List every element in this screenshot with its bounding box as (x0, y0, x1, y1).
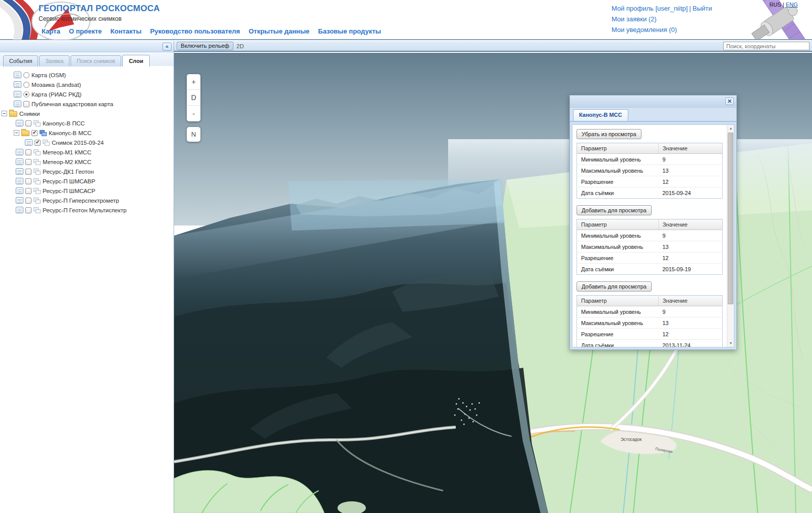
popup-scrollbar[interactable]: ▲ ▼ (727, 125, 734, 347)
close-icon[interactable]: ✕ (725, 98, 734, 105)
collapse-node-icon[interactable] (14, 130, 19, 136)
checkbox-unchecked[interactable] (25, 207, 31, 213)
zoom-in-button[interactable]: + (187, 74, 200, 90)
layer-label[interactable]: Мозаика (Landsat) (31, 82, 81, 88)
layer-label[interactable]: Канопус-В ПСС (43, 120, 85, 126)
popup-tab-kanopus-mss[interactable]: Канопус-В МСС (573, 109, 628, 121)
layer-label[interactable]: Канопус-В МСС (49, 130, 91, 136)
search-input[interactable] (723, 42, 809, 50)
table-row: Максимальный уровень13 (577, 317, 723, 329)
nav-contacts[interactable]: Контакты (111, 27, 142, 35)
layers-icon (33, 169, 41, 175)
layers-icon (43, 140, 50, 146)
remove-from-view-button[interactable]: Убрать из просмотра (577, 129, 641, 139)
popup-titlebar: ✕ (570, 95, 736, 108)
legend-icon[interactable] (16, 197, 23, 204)
lang-eng[interactable]: ENG (786, 2, 798, 8)
north-button[interactable]: N (187, 127, 200, 142)
scrollbar-thumb[interactable] (728, 133, 733, 304)
tab-events[interactable]: События (3, 55, 38, 67)
image-info-popup: ✕ Канопус-В МСС Убрать из просмотра Пара… (569, 95, 737, 350)
legend-icon[interactable] (16, 178, 23, 184)
image-section-2: Добавить для просмотра Параметр Значение… (577, 203, 723, 275)
col-param: Параметр (577, 296, 659, 306)
radio-unchecked[interactable] (23, 72, 29, 78)
checkbox-checked[interactable] (31, 130, 38, 136)
profile-link[interactable]: Мой профиль [user_niitp] (612, 5, 688, 12)
checkbox-unchecked[interactable] (25, 169, 31, 175)
layer-label[interactable]: Метеор-М2 КМСС (43, 159, 91, 165)
checkbox-unchecked[interactable] (25, 178, 31, 184)
legend-icon[interactable] (14, 101, 21, 107)
legend-icon[interactable] (14, 91, 21, 98)
sidebar-collapse-button[interactable]: « (162, 43, 172, 51)
nav-map[interactable]: Карта (42, 27, 60, 35)
enable-relief-button[interactable]: Включить рельеф (177, 42, 233, 50)
checkbox-unchecked[interactable] (25, 198, 31, 204)
table-row: Минимальный уровень9 (577, 306, 723, 317)
scroll-down-arrow[interactable]: ▼ (727, 340, 734, 347)
add-to-view-button[interactable]: Добавить для просмотра (577, 281, 652, 292)
sat-row-resurs-shmsavr: Ресурс-П ШМСАВР (0, 176, 174, 186)
tab-layers[interactable]: Слои (122, 55, 150, 67)
radio-checked[interactable] (23, 91, 29, 98)
zoom-out-button[interactable]: - (187, 106, 200, 121)
layer-label[interactable]: Ресурс-П ШМСАСР (43, 188, 95, 194)
tilt-button[interactable]: D (187, 90, 200, 106)
folder-label[interactable]: Снимки (19, 111, 40, 117)
swath-footprint-highlight (288, 179, 505, 231)
layer-label[interactable]: Ресурс-П Геотон Мультиспектр (43, 207, 126, 213)
checkbox-unchecked[interactable] (25, 188, 31, 194)
legend-icon[interactable] (25, 139, 32, 146)
table-row: Минимальный уровень9 (577, 230, 723, 241)
layers-icon (33, 149, 41, 155)
layers-icon (33, 207, 41, 213)
checkbox-unchecked[interactable] (25, 120, 31, 126)
layers-icon (33, 159, 41, 165)
logout-link[interactable]: Выйти (693, 5, 713, 12)
scroll-up-arrow[interactable]: ▲ (727, 125, 734, 132)
legend-icon[interactable] (16, 207, 23, 213)
table-row: Дата съёмки2013-11-24 (577, 340, 723, 347)
legend-icon[interactable] (16, 158, 23, 165)
checkbox-checked[interactable] (35, 140, 41, 146)
checkbox-unchecked[interactable] (25, 159, 31, 165)
col-value: Значение (658, 296, 722, 306)
checkbox-unchecked[interactable] (25, 149, 31, 155)
table-row: Максимальный уровень13 (577, 165, 723, 176)
my-notifications-link[interactable]: Мои уведомления (0) (612, 26, 677, 34)
sat-row-kanopus-pss: Канопус-В ПСС (0, 118, 174, 128)
layer-label[interactable]: Карта (РИАС РКД) (31, 91, 82, 98)
col-param: Параметр (577, 143, 659, 154)
nav-about[interactable]: О проекте (69, 27, 102, 35)
folder-row-snimki: Снимки (0, 109, 174, 118)
add-to-view-button[interactable]: Добавить для просмотра (577, 205, 652, 215)
layer-label[interactable]: Публичная кадастровая карта (31, 101, 113, 107)
layer-label[interactable]: Ресурс-П ШМСАВР (43, 178, 95, 184)
radio-unchecked[interactable] (23, 82, 29, 88)
lang-rus[interactable]: RUS (769, 2, 781, 8)
legend-icon[interactable] (16, 120, 23, 126)
legend-icon[interactable] (14, 72, 21, 78)
my-requests-link[interactable]: Мои заявки (2) (612, 15, 657, 23)
layer-label[interactable]: Метеор-М1 КМСС (43, 149, 91, 155)
legend-icon[interactable] (16, 149, 23, 155)
nav-open-data[interactable]: Открытые данные (249, 27, 310, 35)
checkbox-unchecked[interactable] (23, 101, 29, 107)
layers-icon-active (40, 130, 47, 136)
layer-label[interactable]: Ресурс-П Гиперспектрометр (43, 198, 119, 204)
col-param: Параметр (577, 219, 659, 230)
legend-icon[interactable] (16, 168, 23, 175)
image-section-1: Убрать из просмотра Параметр Значение Ми… (577, 127, 723, 199)
nav-base-products[interactable]: Базовые продукты (318, 27, 381, 35)
collapse-node-icon[interactable] (2, 111, 7, 116)
sat-row-resurs-giper: Ресурс-П Гиперспектрометр (0, 196, 174, 205)
nav-user-guide[interactable]: Руководство пользователя (150, 27, 240, 35)
layer-label[interactable]: Снимок 2015-09-24 (52, 140, 104, 146)
layer-label[interactable]: Ресурс-ДК1 Геотон (43, 169, 94, 175)
col-value: Значение (658, 143, 722, 154)
legend-icon[interactable] (16, 187, 23, 194)
sat-row-kanopus-mss: Канопус-В МСС (0, 128, 174, 138)
layer-label[interactable]: Карта (OSM) (31, 72, 66, 78)
legend-icon[interactable] (14, 81, 21, 88)
